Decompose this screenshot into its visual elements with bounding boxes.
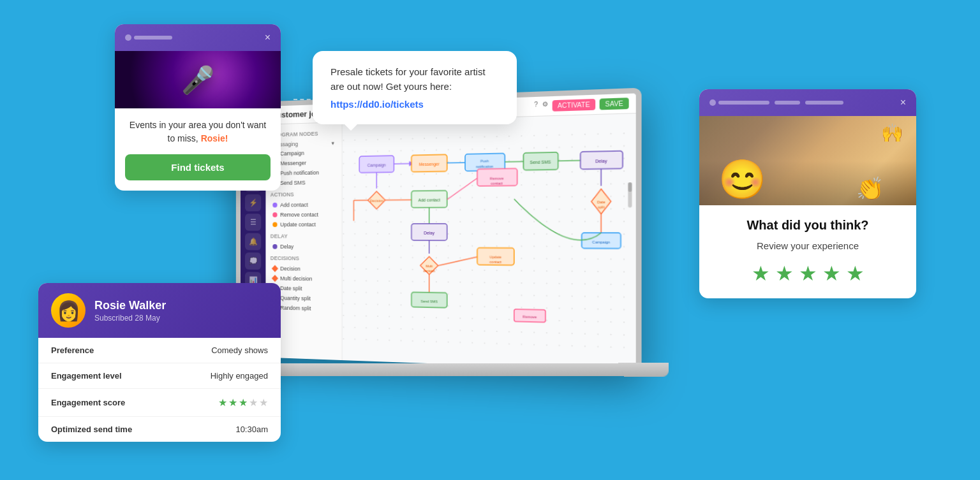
svg-text:Remove: Remove [523,314,537,319]
microphone-icon: 🎤 [181,64,214,96]
node-add-contact[interactable]: Add contact [271,200,337,210]
find-tickets-button[interactable]: Find tickets [125,154,271,180]
review-stars[interactable]: ★ ★ ★ ★ ★ [712,261,903,286]
engagement-score-stars: ★ ★ ★ ★ ★ [218,396,268,409]
section-title-decisions: Decisions [271,255,337,262]
svg-line-11 [505,161,523,162]
journey-canvas: Program nodes Messaging▾ Campaign Messen… [265,113,635,371]
svg-text:Add contact: Add contact [418,198,440,203]
svg-text:notification: notification [476,164,493,169]
row-value-engagement-level: Highly engaged [211,371,268,381]
laptop-base [237,363,669,376]
crowd-person-2: 👏 [856,176,884,202]
review-title: What did you think? [712,218,903,233]
row-label-engagement-score: Engagement score [51,398,125,407]
svg-text:Multi: Multi [426,264,433,268]
review-star-5[interactable]: ★ [846,261,865,286]
svg-text:Remove: Remove [490,176,504,180]
svg-text:split: split [598,205,605,209]
review-star-1[interactable]: ★ [752,261,770,286]
node-update-contact[interactable]: Update contact [271,219,337,229]
section-title-actions: Actions [271,191,337,198]
svg-line-40 [558,161,581,161]
svg-line-4 [394,164,411,164]
profile-header: 👩 Rosie Walker Subscribed 28 May [38,283,281,338]
settings-icon[interactable]: ⚙ [542,100,547,112]
svg-text:decision: decision [423,269,435,273]
star-4: ★ [249,396,258,409]
profile-table: Preference Comedy shows Engagement level… [38,338,281,442]
popup-body-text: Events in your area you don't want to mi… [125,119,271,145]
row-value-preference: Comedy shows [211,345,268,355]
svg-rect-53 [628,182,632,192]
help-icon[interactable]: ? [534,101,538,112]
svg-text:Delay: Delay [424,231,434,236]
left-notification-popup: × 🎤 Events in your area you don't want t… [115,24,281,191]
activate-button[interactable]: ACTIVATE [552,99,595,112]
close-icon[interactable]: × [900,97,906,108]
row-label-engagement-level: Engagement level [51,371,122,381]
left-popup-header: × [115,24,281,51]
row-value-send-time: 10:30am [235,425,268,434]
section-title-delay: Delay [271,233,337,240]
crowd-person-main: 😊 [718,157,766,202]
review-popup: × 😊 👏 🙌 What did you think? Review your … [699,89,916,298]
svg-text:Campaign: Campaign [592,240,610,244]
review-popup-header: × [699,89,916,116]
table-row: Preference Comedy shows [38,338,281,363]
node-decision[interactable]: Decision [271,264,337,275]
customer-profile-card: 👩 Rosie Walker Subscribed 28 May Prefere… [38,283,281,442]
review-subtitle: Review your experience [712,240,903,251]
table-row: Engagement score ★ ★ ★ ★ ★ [38,389,281,417]
svg-text:Send SMS: Send SMS [530,159,551,164]
sms-notification-bubble: Presale tickets for your favorite artist… [313,51,517,124]
review-header-dot-1 [709,99,716,106]
save-button[interactable]: SAVE [600,98,629,110]
star-5: ★ [259,396,268,409]
profile-info: Rosie Walker Subscribed 28 May [94,299,166,323]
star-1: ★ [218,396,227,409]
svg-text:contact: contact [489,259,501,263]
profile-subscribed: Subscribed 28 May [94,314,166,323]
node-remove-contact[interactable]: Remove contact [271,210,337,220]
popup-body: Events in your area you don't want to mi… [115,108,281,191]
svg-text:Delay: Delay [595,158,607,164]
node-delay[interactable]: Delay [271,242,337,252]
profile-name: Rosie Walker [94,299,166,312]
laptop-container: 👤 ✉ 💬 ⚡ ☰ 🔔 💭 📊 ⚙ Customer journey ? [223,96,657,402]
sidebar-icon-bell[interactable]: 🔔 [245,233,261,251]
review-star-2[interactable]: ★ [775,261,794,286]
laptop-inner: 👤 ✉ 💬 ⚡ ☰ 🔔 💭 📊 ⚙ Customer journey ? [241,93,636,371]
popup-image: 🎤 [115,51,281,108]
header-dot-1 [125,34,131,41]
avatar: 👩 [51,293,85,328]
sidebar-icon-lightning[interactable]: ⚡ [245,194,261,212]
review-star-4[interactable]: ★ [822,261,841,286]
svg-line-7 [447,163,465,163]
svg-text:contact: contact [491,181,503,185]
table-row: Optimized send time 10:30am [38,417,281,442]
review-popup-image: 😊 👏 🙌 [699,116,916,205]
review-header-bar-3 [805,101,843,105]
star-2: ★ [228,396,237,409]
popup-header-dots [125,34,172,41]
sms-link[interactable]: https://dd0.io/tickets [330,99,424,110]
journey-canvas-area[interactable]: Campaign Messenger Push notification [343,113,636,371]
close-icon[interactable]: × [265,32,271,43]
node-multi-decision[interactable]: Multi decision [271,273,337,284]
svg-text:Update: Update [489,255,501,259]
app-layout: 👤 ✉ 💬 ⚡ ☰ 🔔 💭 📊 ⚙ Customer journey ? [241,93,636,371]
journey-map-svg: Campaign Messenger Push notification [343,113,636,371]
sidebar-icon-list[interactable]: ☰ [245,214,261,231]
header-bar [134,36,172,40]
review-star-3[interactable]: ★ [799,261,817,286]
svg-text:Push: Push [480,159,489,163]
app-actions: ? ⚙ ACTIVATE SAVE [534,98,628,112]
crowd-person-3: 🙌 [881,122,903,143]
row-label-preference: Preference [51,345,94,355]
svg-text:Date: Date [597,200,605,205]
review-popup-body: What did you think? Review your experien… [699,205,916,298]
sidebar-icon-chat[interactable]: 💭 [245,252,261,270]
laptop-screen: 👤 ✉ 💬 ⚡ ☰ 🔔 💭 📊 ⚙ Customer journey ? [236,88,642,372]
sms-text: Presale tickets for your favorite artist… [330,65,499,94]
